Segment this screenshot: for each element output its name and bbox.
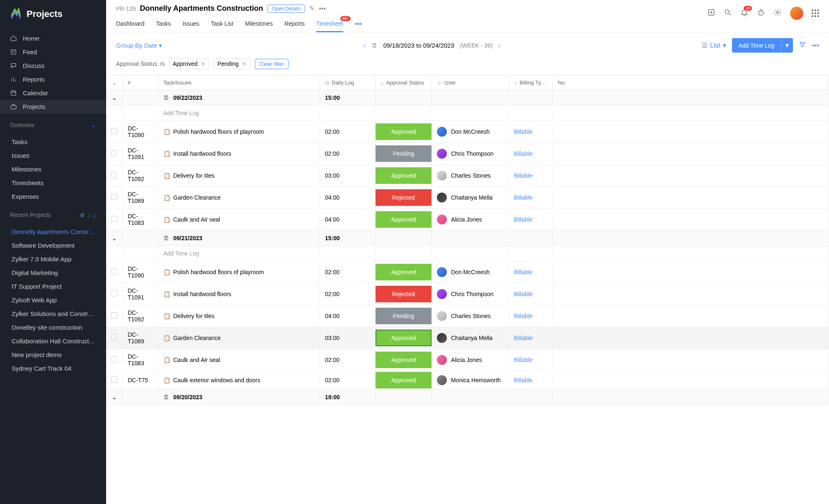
approval-status[interactable]: Approved bbox=[376, 352, 431, 368]
subnav-milestones[interactable]: Milestones bbox=[0, 162, 106, 176]
add-log-row[interactable]: Add Time Log bbox=[106, 246, 829, 261]
row-checkbox[interactable] bbox=[111, 290, 117, 297]
table-row[interactable]: DC-T1091📋Install hardwood floors02:00Rej… bbox=[106, 283, 829, 305]
approval-status[interactable]: Approved bbox=[376, 330, 431, 346]
recent-project-item[interactable]: IT Support Project bbox=[0, 280, 106, 293]
tab-dashboard[interactable]: Dashboard bbox=[116, 16, 145, 32]
prev-week-button[interactable]: ‹ bbox=[364, 42, 366, 49]
col-approval[interactable]: ⌂Approval Status bbox=[376, 75, 432, 90]
user-avatar[interactable] bbox=[790, 7, 803, 20]
collapse-toggle[interactable]: ⌄ bbox=[106, 390, 123, 405]
col-user[interactable]: ☺User bbox=[432, 75, 509, 90]
add-time-log-cell[interactable]: Add Time Log bbox=[158, 106, 320, 121]
row-checkbox[interactable] bbox=[111, 172, 117, 178]
billing-type[interactable]: Billable bbox=[514, 291, 533, 297]
table-row[interactable]: DC-T75📋Caulk exterior windows and doors0… bbox=[106, 371, 829, 390]
search-icon[interactable]: ⌕ bbox=[93, 212, 96, 218]
view-dropdown[interactable]: ☰List▾ bbox=[702, 41, 726, 49]
calendar-icon[interactable]: 🗓 bbox=[371, 42, 378, 49]
col-task[interactable]: Task/Issues bbox=[158, 75, 320, 90]
col-notes[interactable]: No bbox=[553, 75, 829, 90]
subnav-timesheets[interactable]: Timesheets bbox=[0, 176, 106, 190]
subnav-expenses[interactable]: Expenses bbox=[0, 190, 106, 203]
recent-project-item[interactable]: Sydney Cart Track 04 bbox=[0, 362, 106, 375]
open-details-button[interactable]: Open Details bbox=[267, 5, 305, 13]
col-billing[interactable]: ⌂Billing Ty... bbox=[509, 75, 553, 90]
row-checkbox[interactable] bbox=[111, 216, 117, 222]
nav-calendar[interactable]: Calendar bbox=[0, 86, 106, 100]
billing-type[interactable]: Billable bbox=[514, 128, 533, 135]
billing-type[interactable]: Billable bbox=[514, 313, 533, 319]
row-checkbox[interactable] bbox=[111, 356, 117, 362]
recent-project-item[interactable]: Software Development bbox=[0, 239, 106, 252]
approval-status[interactable]: Pending bbox=[376, 308, 431, 324]
approval-status[interactable]: Approved bbox=[376, 264, 431, 280]
tab-tasklist[interactable]: Task List bbox=[211, 16, 233, 32]
row-checkbox[interactable] bbox=[111, 194, 117, 200]
nav-feed[interactable]: Feed bbox=[0, 45, 106, 59]
row-checkbox[interactable] bbox=[111, 268, 117, 275]
next-week-button[interactable]: › bbox=[498, 42, 500, 49]
billing-type[interactable]: Billable bbox=[514, 357, 533, 363]
settings-icon[interactable]: ⚙ bbox=[80, 212, 85, 218]
table-row[interactable]: DC-T1089📋Garden Clearance04:00RejectedCh… bbox=[106, 187, 829, 209]
nav-home[interactable]: Home bbox=[0, 31, 106, 45]
tab-issues[interactable]: Issues bbox=[182, 16, 199, 32]
nav-projects[interactable]: Projects bbox=[0, 100, 106, 113]
billing-type[interactable]: Billable bbox=[514, 216, 533, 223]
collapse-toggle[interactable]: ⌄ bbox=[106, 90, 123, 106]
recent-project-item[interactable]: New project demo bbox=[0, 348, 106, 362]
approval-status[interactable]: Rejected bbox=[376, 189, 431, 206]
table-row[interactable]: DC-T1089📋Garden Clearance03:00ApprovedCh… bbox=[106, 327, 829, 349]
row-checkbox[interactable] bbox=[111, 150, 117, 156]
approval-status[interactable]: Approved bbox=[376, 211, 431, 228]
add-time-log-dropdown[interactable]: ▾ bbox=[781, 38, 793, 53]
billing-type[interactable]: Billable bbox=[514, 377, 533, 383]
nav-discuss[interactable]: Discuss bbox=[0, 59, 106, 72]
col-expand[interactable]: ⌄ bbox=[106, 75, 123, 90]
overview-header[interactable]: Overview ⌄ bbox=[0, 117, 106, 132]
billing-type[interactable]: Billable bbox=[514, 194, 533, 201]
recent-project-item[interactable]: Donelley site construction bbox=[0, 321, 106, 334]
add-time-log-cell[interactable]: Add Time Log bbox=[158, 246, 320, 261]
col-daily[interactable]: ◷Daily Log bbox=[320, 75, 376, 90]
filter-icon[interactable] bbox=[799, 41, 806, 50]
notifications-icon[interactable]: 10 bbox=[740, 8, 749, 18]
recent-project-item[interactable]: Donnelly Apartments Construction bbox=[0, 225, 106, 239]
nav-reports[interactable]: Reports bbox=[0, 72, 106, 86]
table-row[interactable]: DC-T1090📋Polish hardwood floors of playr… bbox=[106, 261, 829, 283]
add-log-row[interactable]: Add Time Log bbox=[106, 106, 829, 121]
add-icon[interactable] bbox=[707, 8, 715, 18]
billing-type[interactable]: Billable bbox=[514, 172, 533, 179]
add-time-log-button[interactable]: Add Time Log bbox=[732, 38, 781, 53]
timer-icon[interactable] bbox=[757, 8, 765, 18]
remove-chip-icon[interactable]: ✕ bbox=[242, 60, 247, 67]
approval-status[interactable]: Rejected bbox=[376, 286, 431, 302]
clear-filter-button[interactable]: Clear filter bbox=[255, 59, 288, 69]
tab-milestones[interactable]: Milestones bbox=[245, 16, 273, 32]
recent-project-item[interactable]: Zylsoft Web App bbox=[0, 293, 106, 307]
row-checkbox[interactable] bbox=[111, 376, 117, 383]
subnav-tasks[interactable]: Tasks bbox=[0, 135, 106, 149]
row-checkbox[interactable] bbox=[111, 334, 117, 340]
search-icon[interactable] bbox=[724, 8, 732, 18]
more-icon[interactable]: ••• bbox=[812, 42, 819, 49]
billing-type[interactable]: Billable bbox=[514, 150, 533, 157]
approval-status[interactable]: Approved bbox=[376, 123, 431, 140]
tab-reports[interactable]: Reports bbox=[284, 16, 305, 32]
recent-project-item[interactable]: Zylker Solutions and Constructions bbox=[0, 307, 106, 321]
billing-type[interactable]: Billable bbox=[514, 335, 533, 341]
tab-timesheet[interactable]: Timesheet99+ bbox=[316, 16, 343, 32]
recent-project-item[interactable]: Zylker 7.0 Mobile App bbox=[0, 252, 106, 266]
col-hash[interactable]: # bbox=[123, 75, 158, 90]
collapse-toggle[interactable]: ⌄ bbox=[106, 231, 123, 246]
table-row[interactable]: DC-T1083📋Caulk and Air seal04:00Approved… bbox=[106, 209, 829, 231]
row-checkbox[interactable] bbox=[111, 128, 117, 134]
approval-status[interactable]: Approved bbox=[376, 167, 431, 184]
apps-icon[interactable] bbox=[812, 10, 819, 17]
table-row[interactable]: DC-T1090📋Polish hardwood floors of playr… bbox=[106, 121, 829, 143]
row-checkbox[interactable] bbox=[111, 312, 117, 318]
table-row[interactable]: DC-T1083📋Caulk and Air seal02:00Approved… bbox=[106, 349, 829, 371]
settings-icon[interactable] bbox=[773, 8, 782, 18]
recent-project-item[interactable]: Digital Marketing bbox=[0, 266, 106, 280]
